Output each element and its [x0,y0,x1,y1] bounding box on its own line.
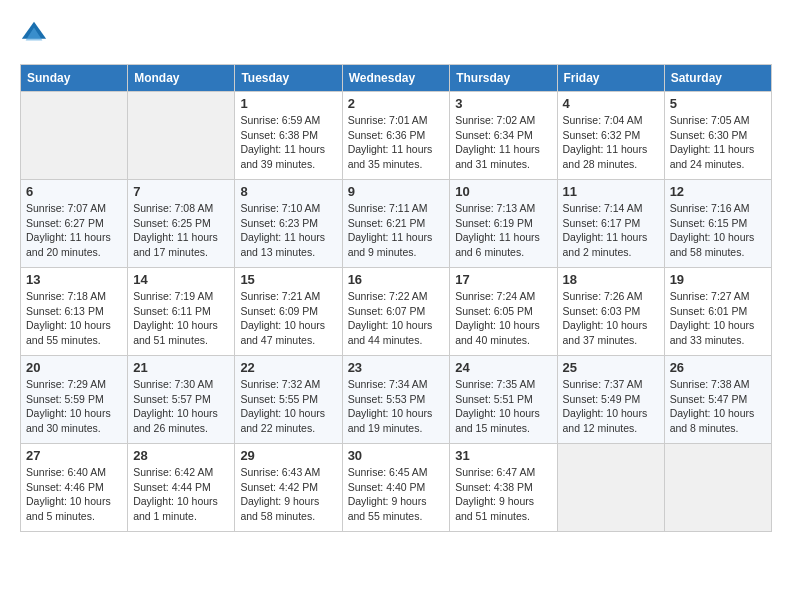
day-info: Sunrise: 7:37 AM Sunset: 5:49 PM Dayligh… [563,377,659,436]
day-number: 1 [240,96,336,111]
day-info: Sunrise: 7:24 AM Sunset: 6:05 PM Dayligh… [455,289,551,348]
day-number: 11 [563,184,659,199]
calendar-cell [664,444,771,532]
day-number: 22 [240,360,336,375]
calendar-week-row: 27 Sunrise: 6:40 AM Sunset: 4:46 PM Dayl… [21,444,772,532]
calendar-cell: 25 Sunrise: 7:37 AM Sunset: 5:49 PM Dayl… [557,356,664,444]
day-number: 10 [455,184,551,199]
calendar-cell: 18 Sunrise: 7:26 AM Sunset: 6:03 PM Dayl… [557,268,664,356]
day-number: 9 [348,184,445,199]
day-info: Sunrise: 7:27 AM Sunset: 6:01 PM Dayligh… [670,289,766,348]
day-number: 19 [670,272,766,287]
calendar-cell: 1 Sunrise: 6:59 AM Sunset: 6:38 PM Dayli… [235,92,342,180]
day-info: Sunrise: 7:16 AM Sunset: 6:15 PM Dayligh… [670,201,766,260]
column-header-tuesday: Tuesday [235,65,342,92]
calendar-cell: 28 Sunrise: 6:42 AM Sunset: 4:44 PM Dayl… [128,444,235,532]
day-info: Sunrise: 7:32 AM Sunset: 5:55 PM Dayligh… [240,377,336,436]
calendar-cell: 26 Sunrise: 7:38 AM Sunset: 5:47 PM Dayl… [664,356,771,444]
calendar-cell: 31 Sunrise: 6:47 AM Sunset: 4:38 PM Dayl… [450,444,557,532]
calendar-header-row: SundayMondayTuesdayWednesdayThursdayFrid… [21,65,772,92]
day-number: 21 [133,360,229,375]
calendar-cell: 16 Sunrise: 7:22 AM Sunset: 6:07 PM Dayl… [342,268,450,356]
day-info: Sunrise: 7:14 AM Sunset: 6:17 PM Dayligh… [563,201,659,260]
day-info: Sunrise: 7:35 AM Sunset: 5:51 PM Dayligh… [455,377,551,436]
day-number: 6 [26,184,122,199]
calendar-cell: 23 Sunrise: 7:34 AM Sunset: 5:53 PM Dayl… [342,356,450,444]
day-info: Sunrise: 7:08 AM Sunset: 6:25 PM Dayligh… [133,201,229,260]
calendar-cell [21,92,128,180]
calendar-cell: 29 Sunrise: 6:43 AM Sunset: 4:42 PM Dayl… [235,444,342,532]
calendar-cell: 10 Sunrise: 7:13 AM Sunset: 6:19 PM Dayl… [450,180,557,268]
day-info: Sunrise: 6:40 AM Sunset: 4:46 PM Dayligh… [26,465,122,524]
day-number: 20 [26,360,122,375]
calendar-week-row: 13 Sunrise: 7:18 AM Sunset: 6:13 PM Dayl… [21,268,772,356]
day-info: Sunrise: 7:22 AM Sunset: 6:07 PM Dayligh… [348,289,445,348]
day-number: 4 [563,96,659,111]
day-number: 24 [455,360,551,375]
day-number: 14 [133,272,229,287]
day-info: Sunrise: 6:45 AM Sunset: 4:40 PM Dayligh… [348,465,445,524]
calendar-cell: 4 Sunrise: 7:04 AM Sunset: 6:32 PM Dayli… [557,92,664,180]
day-number: 17 [455,272,551,287]
calendar-cell: 3 Sunrise: 7:02 AM Sunset: 6:34 PM Dayli… [450,92,557,180]
day-number: 26 [670,360,766,375]
calendar-table: SundayMondayTuesdayWednesdayThursdayFrid… [20,64,772,532]
day-info: Sunrise: 7:30 AM Sunset: 5:57 PM Dayligh… [133,377,229,436]
logo-icon [20,20,48,48]
column-header-thursday: Thursday [450,65,557,92]
day-info: Sunrise: 7:21 AM Sunset: 6:09 PM Dayligh… [240,289,336,348]
day-info: Sunrise: 6:43 AM Sunset: 4:42 PM Dayligh… [240,465,336,524]
day-number: 12 [670,184,766,199]
calendar-cell: 6 Sunrise: 7:07 AM Sunset: 6:27 PM Dayli… [21,180,128,268]
day-number: 18 [563,272,659,287]
day-info: Sunrise: 7:02 AM Sunset: 6:34 PM Dayligh… [455,113,551,172]
day-info: Sunrise: 7:04 AM Sunset: 6:32 PM Dayligh… [563,113,659,172]
page-header [20,20,772,48]
calendar-cell: 22 Sunrise: 7:32 AM Sunset: 5:55 PM Dayl… [235,356,342,444]
day-number: 30 [348,448,445,463]
day-info: Sunrise: 7:19 AM Sunset: 6:11 PM Dayligh… [133,289,229,348]
day-info: Sunrise: 7:13 AM Sunset: 6:19 PM Dayligh… [455,201,551,260]
day-number: 29 [240,448,336,463]
column-header-saturday: Saturday [664,65,771,92]
day-info: Sunrise: 6:59 AM Sunset: 6:38 PM Dayligh… [240,113,336,172]
calendar-week-row: 6 Sunrise: 7:07 AM Sunset: 6:27 PM Dayli… [21,180,772,268]
calendar-cell: 27 Sunrise: 6:40 AM Sunset: 4:46 PM Dayl… [21,444,128,532]
calendar-cell: 24 Sunrise: 7:35 AM Sunset: 5:51 PM Dayl… [450,356,557,444]
day-number: 23 [348,360,445,375]
column-header-friday: Friday [557,65,664,92]
calendar-cell: 20 Sunrise: 7:29 AM Sunset: 5:59 PM Dayl… [21,356,128,444]
day-info: Sunrise: 7:18 AM Sunset: 6:13 PM Dayligh… [26,289,122,348]
calendar-week-row: 20 Sunrise: 7:29 AM Sunset: 5:59 PM Dayl… [21,356,772,444]
calendar-cell: 7 Sunrise: 7:08 AM Sunset: 6:25 PM Dayli… [128,180,235,268]
calendar-week-row: 1 Sunrise: 6:59 AM Sunset: 6:38 PM Dayli… [21,92,772,180]
calendar-cell: 2 Sunrise: 7:01 AM Sunset: 6:36 PM Dayli… [342,92,450,180]
column-header-wednesday: Wednesday [342,65,450,92]
day-number: 7 [133,184,229,199]
calendar-cell: 9 Sunrise: 7:11 AM Sunset: 6:21 PM Dayli… [342,180,450,268]
calendar-cell: 13 Sunrise: 7:18 AM Sunset: 6:13 PM Dayl… [21,268,128,356]
calendar-cell [557,444,664,532]
calendar-cell: 11 Sunrise: 7:14 AM Sunset: 6:17 PM Dayl… [557,180,664,268]
day-info: Sunrise: 7:10 AM Sunset: 6:23 PM Dayligh… [240,201,336,260]
calendar-cell: 19 Sunrise: 7:27 AM Sunset: 6:01 PM Dayl… [664,268,771,356]
day-number: 31 [455,448,551,463]
day-info: Sunrise: 7:11 AM Sunset: 6:21 PM Dayligh… [348,201,445,260]
day-number: 16 [348,272,445,287]
day-number: 27 [26,448,122,463]
column-header-sunday: Sunday [21,65,128,92]
day-number: 5 [670,96,766,111]
day-info: Sunrise: 6:47 AM Sunset: 4:38 PM Dayligh… [455,465,551,524]
column-header-monday: Monday [128,65,235,92]
day-info: Sunrise: 7:29 AM Sunset: 5:59 PM Dayligh… [26,377,122,436]
day-info: Sunrise: 6:42 AM Sunset: 4:44 PM Dayligh… [133,465,229,524]
calendar-cell: 17 Sunrise: 7:24 AM Sunset: 6:05 PM Dayl… [450,268,557,356]
day-number: 3 [455,96,551,111]
day-info: Sunrise: 7:26 AM Sunset: 6:03 PM Dayligh… [563,289,659,348]
day-number: 2 [348,96,445,111]
day-info: Sunrise: 7:38 AM Sunset: 5:47 PM Dayligh… [670,377,766,436]
logo [20,20,52,48]
calendar-cell [128,92,235,180]
calendar-cell: 14 Sunrise: 7:19 AM Sunset: 6:11 PM Dayl… [128,268,235,356]
calendar-cell: 21 Sunrise: 7:30 AM Sunset: 5:57 PM Dayl… [128,356,235,444]
